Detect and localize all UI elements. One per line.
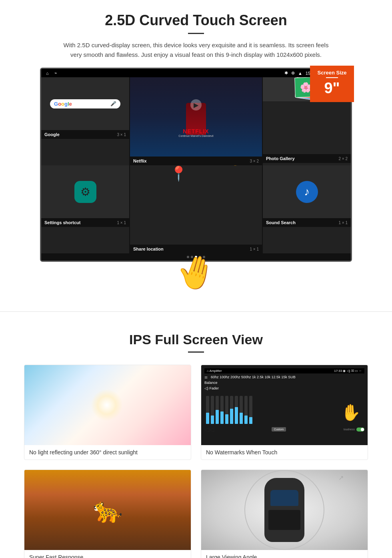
eq-time: 17:33 ◉ ◁) ☒ ▭ ← (334, 369, 362, 373)
music-note-icon: ♪ (296, 181, 318, 203)
sound-label: Sound Search (266, 220, 296, 225)
badge-size: 9" (324, 80, 340, 96)
settings-label-row: Settings shortcut 1 × 1 (41, 218, 129, 227)
eq-bar-7 (235, 396, 238, 424)
section1-title: 2.5D Curved Touch Screen (24, 12, 368, 29)
sound-search-cell[interactable]: ♪ Sound Search 1 × 1 (263, 165, 351, 253)
hand-pointer-icon: 🤚 (217, 165, 250, 168)
car-windshield (270, 490, 298, 506)
app-grid-row1: Google 🎤 Google 3 × 1 (41, 77, 351, 165)
feature-watermark-label: No Watermarks When Touch (201, 445, 368, 460)
netflix-play-button[interactable]: ▶ (190, 99, 202, 110)
car-body (264, 478, 304, 542)
eq-freq-labels: 60hz 100hz 200hz 500hz 1k 2.5k 10k 12.5k… (211, 375, 296, 379)
eq-title: ⚌ 60hz 100hz 200hz 500hz 1k 2.5k 10k 12.… (204, 375, 364, 379)
badge-title: Screen Size (316, 70, 348, 76)
feature-sunlight-label: No light reflecting under 360° direct su… (24, 445, 191, 460)
netflix-cell-bg: ▶ NETFLIX Continue Marvel's Daredevil (130, 77, 262, 157)
netflix-cell[interactable]: ▶ NETFLIX Continue Marvel's Daredevil Ne… (130, 77, 262, 165)
eq-bar-9 (244, 396, 248, 424)
android-screen: ⌂ ⌁ ✱ ⊕ ▲ 15:06 ◉ ◁) ☒ ▭ (40, 68, 352, 262)
netflix-label-row: Netflix 3 × 2 (130, 157, 262, 165)
google-logo: Google (54, 101, 72, 107)
section1-description: With 2.5D curved-display screen, this de… (60, 40, 332, 60)
share-location-cell[interactable]: 📍 🤚 Share location 1 × 1 (130, 165, 262, 253)
google-label: Google (44, 132, 60, 137)
settings-label: Settings shortcut (44, 220, 80, 225)
eq-bar-8 (240, 396, 243, 424)
cheetah-icon: 🐆 (24, 470, 191, 550)
equalizer-image: ⌂ Amplifier 17:33 ◉ ◁) ☒ ▭ ← ⚌ 60hz 100h… (201, 365, 368, 445)
sound-cell-bg: ♪ (263, 165, 351, 218)
netflix-subtitle: Continue Marvel's Daredevil (178, 134, 213, 137)
screen-size-badge: Screen Size 9" (310, 66, 354, 102)
google-maps-icon: 📍 (170, 165, 188, 182)
eq-bar-1 (206, 396, 209, 424)
balance-text: Balance (204, 381, 218, 385)
microphone-icon[interactable]: 🎤 (110, 101, 116, 106)
share-label-row: Share location 1 × 1 (130, 245, 262, 253)
share-label: Share location (133, 247, 164, 251)
section2-divider (188, 351, 204, 353)
eq-sliders-icon: ⚌ (204, 375, 208, 379)
settings-cell-bg: ⚙ (41, 165, 129, 218)
gallery-label: Photo Gallery (266, 156, 295, 161)
feature-angle-label: Large Viewing Angle (201, 550, 368, 558)
settings-cell[interactable]: ⚙ Settings shortcut 1 × 1 (41, 165, 129, 253)
sound-size: 1 × 1 (338, 221, 348, 225)
eq-loudness: loudness (344, 428, 364, 432)
gallery-size: 2 × 2 (338, 157, 348, 161)
netflix-logo: NETFLIX Continue Marvel's Daredevil (178, 128, 213, 137)
eq-custom-button[interactable]: Custom (272, 427, 286, 432)
eq-bottom-bar: ◁◁ Custom loudness (204, 426, 364, 433)
status-bar: ⌂ ⌁ ✱ ⊕ ▲ 15:06 ◉ ◁) ☒ ▭ (41, 69, 351, 77)
feature-angle-card: ↗ Large Viewing Angle (201, 470, 368, 558)
settings-icon: ⚙ (74, 181, 96, 203)
feature-angle-image: ↗ (201, 470, 368, 550)
daredevil-background (130, 77, 262, 157)
device-wrapper: Screen Size 9" ⌂ ⌁ ✱ ⊕ ▲ 15:06 ◉ ◁) ☒ (40, 68, 352, 262)
bluetooth-icon: ✱ (284, 70, 288, 76)
feature-sunlight-card: No light reflecting under 360° direct su… (24, 365, 191, 460)
eq-bar-2 (211, 396, 214, 424)
eq-bar-3 (216, 396, 219, 424)
google-cell[interactable]: Google 🎤 Google 3 × 1 (41, 77, 129, 165)
eq-fader-label: ◁) Fader (204, 386, 364, 390)
feature-fast-card: 🐆 Super Fast Response (24, 470, 191, 558)
google-search-bar[interactable]: Google 🎤 (50, 99, 120, 108)
car-roof (268, 510, 300, 530)
eq-bar-5 (225, 396, 228, 424)
car-arrow-icon: ↗ (338, 474, 344, 482)
google-size: 3 × 1 (117, 132, 126, 137)
feature-sunlight-image (24, 365, 191, 445)
settings-size: 1 × 1 (117, 221, 126, 225)
section-divider (0, 311, 392, 312)
section-curved-screen: 2.5D Curved Touch Screen With 2.5D curve… (0, 0, 392, 303)
status-bar-left: ⌂ ⌁ (46, 70, 57, 76)
eq-bar-10 (249, 396, 252, 424)
eq-bar-4 (220, 396, 224, 424)
netflix-size: 3 × 2 (250, 159, 259, 163)
fader-text: ◁) Fader (204, 386, 219, 390)
feature-fast-label: Super Fast Response (24, 550, 191, 558)
loudness-toggle[interactable] (356, 428, 364, 432)
usb-icon: ⌁ (54, 70, 57, 76)
cheetah-image: 🐆 (24, 470, 191, 550)
wifi-icon: ▲ (298, 71, 302, 76)
eq-hand-icon: 🤚 (340, 403, 360, 422)
eq-bars-container: 🤚 (204, 392, 364, 424)
eq-prev-icon: ◁◁ (204, 426, 214, 433)
share-size: 1 × 1 (250, 247, 259, 251)
google-cell-bg: Google 🎤 (41, 77, 129, 130)
feature-fast-image: 🐆 (24, 470, 191, 550)
gallery-label-row: Photo Gallery 2 × 2 (263, 154, 351, 163)
sound-label-row: Sound Search 1 × 1 (263, 218, 351, 227)
home-icon: ⌂ (46, 71, 49, 76)
car-top-view-image: ↗ (201, 470, 368, 550)
eq-statusbar: ⌂ Amplifier 17:33 ◉ ◁) ☒ ▭ ← (204, 368, 364, 373)
section2-title: IPS Full Screen View (24, 332, 368, 347)
sky-image (24, 365, 191, 445)
feature-watermark-image: ⌂ Amplifier 17:33 ◉ ◁) ☒ ▭ ← ⚌ 60hz 100h… (201, 365, 368, 445)
app-grid-row2: ⚙ Settings shortcut 1 × 1 📍 🤚 (41, 165, 351, 253)
section1-divider (188, 33, 204, 34)
